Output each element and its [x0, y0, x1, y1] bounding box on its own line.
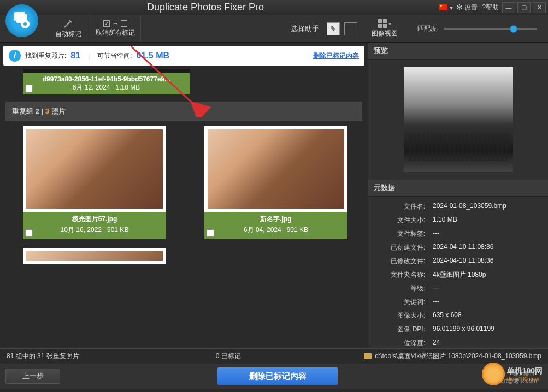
info-icon: i	[9, 50, 21, 62]
metadata-row: 等级:---	[374, 282, 543, 295]
results-scroll[interactable]: d9973a80-2856-11ef-94b5-9bbd57677e9... 6…	[0, 69, 368, 348]
app-title: Duplicate Photos Fixer Pro	[147, 2, 264, 13]
savable-size: 61.5 MB	[137, 51, 169, 61]
meta-label: 关键词:	[374, 298, 433, 307]
watermark-text: 单机100网	[507, 366, 543, 376]
meta-value: 635 x 608	[433, 311, 543, 320]
close-button[interactable]: ✕	[533, 2, 546, 13]
photo-thumbnail	[23, 69, 190, 73]
maximize-button[interactable]: ▢	[517, 2, 531, 13]
unmark-all-button[interactable]: ✓ → 取消所有标记	[90, 15, 141, 42]
app-logo	[5, 4, 38, 37]
meta-label: 图像 DPI:	[374, 325, 433, 334]
photo-filename: 极光图片57.jpg	[25, 215, 164, 224]
status-path: d:\tools\桌面\4k壁纸图片 1080p\2024-01-08_1030…	[375, 352, 541, 361]
results-panel: i 找到重复照片: 81 | 可节省空间: 61.5 MB 删除已标记内容 d9…	[0, 43, 368, 348]
photos-gear-icon	[12, 11, 32, 31]
meta-value: 2024-04-10 11:08:36	[433, 257, 543, 266]
meta-label: 文件大小:	[374, 216, 433, 225]
status-marked: 0 已标记	[216, 352, 241, 361]
photo-size: 1.10 MB	[116, 84, 140, 91]
arrow-right-icon: →	[112, 20, 119, 27]
metadata-row: 文件标签:---	[374, 227, 543, 241]
photo-filename: 新名字.jpg	[207, 215, 345, 224]
details-panel: 预览 元数据 文件名:2024-01-08_103059.bmp文件大小:1.1…	[368, 43, 548, 348]
metadata-row: 关键词:---	[374, 295, 543, 309]
meta-value: ---	[433, 284, 543, 293]
helper-btn-1[interactable]: ✎	[327, 22, 340, 35]
preview-image	[404, 67, 513, 172]
watermark-url: danji100.com	[507, 376, 543, 382]
wand-icon	[63, 19, 73, 28]
empty-box-icon	[121, 20, 127, 27]
metadata-list: 文件名:2024-01-08_103059.bmp文件大小:1.10 MB文件标…	[368, 197, 548, 348]
metadata-header: 元数据	[368, 180, 548, 197]
photo-card[interactable]: d9973a80-2856-11ef-94b5-9bbd57677e9... 6…	[23, 69, 190, 94]
metadata-row: 文件大小:1.10 MB	[374, 213, 543, 227]
meta-label: 图像大小:	[374, 311, 433, 320]
watermark: 单机100网 danji100.com	[482, 363, 543, 385]
meta-value: ---	[433, 298, 543, 307]
photo-checkbox[interactable]	[207, 229, 214, 237]
meta-label: 文件夹名称:	[374, 270, 433, 280]
photo-size: 901 KB	[107, 226, 128, 234]
auto-mark-button[interactable]: 自动标记	[46, 15, 90, 42]
delete-marked-button[interactable]: 删除已标记内容	[217, 367, 338, 385]
titlebar: Duplicate Photos Fixer Pro ▾ ✻ 设置 ?帮助 — …	[0, 0, 548, 15]
metadata-row: 已创建文件:2024-04-10 11:08:36	[374, 241, 543, 254]
settings-link[interactable]: ✻ 设置	[455, 3, 479, 13]
photo-checkbox[interactable]	[25, 85, 33, 92]
meta-label: 已创建文件:	[374, 243, 433, 252]
photo-thumbnail	[26, 129, 163, 209]
meta-value: 2024-01-08_103059.bmp	[433, 202, 543, 211]
metadata-row: 文件夹名称:4k壁纸图片 1080p	[374, 268, 543, 282]
preview-header: 预览	[368, 43, 548, 60]
flag-icon[interactable]	[439, 4, 447, 10]
image-view-button[interactable]: ▾ 图像视图	[363, 15, 406, 42]
dropdown-icon[interactable]: ▾	[450, 4, 453, 11]
match-slider[interactable]	[444, 28, 537, 30]
grid-icon: ▾	[378, 19, 391, 28]
meta-label: 位深度:	[374, 338, 433, 348]
slider-thumb[interactable]	[510, 25, 517, 33]
meta-label: 文件名:	[374, 202, 433, 211]
metadata-row: 位深度:24	[374, 336, 543, 348]
meta-value: 4k壁纸图片 1080p	[433, 270, 543, 280]
meta-label: 等级:	[374, 284, 433, 293]
status-groups: 81 组中的 31 张重复照片	[7, 352, 79, 361]
bottom-bar: 上一步 删除已标记内容 电子邮件: support@sy k.com	[0, 364, 548, 389]
photo-date: 6月 04, 2024	[244, 226, 281, 234]
meta-value: ---	[433, 229, 543, 239]
prev-button[interactable]: 上一步	[5, 369, 60, 384]
photo-card[interactable]: 极光图片57.jpg 10月 16, 2022 901 KB	[23, 126, 166, 239]
meta-value: 1.10 MB	[433, 216, 543, 225]
toolbar: 自动标记 ✓ → 取消所有标记 选择助手 ✎ ◆ ▾ 图像视图 匹配度:	[0, 15, 548, 43]
meta-label: 已修改文件:	[374, 257, 433, 266]
minimize-button[interactable]: —	[502, 2, 515, 13]
photo-thumbnail	[26, 251, 163, 261]
metadata-row: 已修改文件:2024-04-10 11:08:36	[374, 254, 543, 268]
checked-box-icon: ✓	[103, 20, 110, 27]
status-bar: 81 组中的 31 张重复照片 0 已标记 d:\tools\桌面\4k壁纸图片…	[0, 348, 548, 364]
svg-point-3	[23, 22, 27, 26]
photo-checkbox[interactable]	[25, 229, 33, 237]
photo-size: 901 KB	[287, 226, 308, 234]
photo-card[interactable]	[23, 248, 166, 264]
info-bar: i 找到重复照片: 81 | 可节省空间: 61.5 MB 删除已标记内容	[3, 46, 364, 66]
meta-value: 2024-04-10 11:08:36	[433, 243, 543, 252]
metadata-row: 文件名:2024-01-08_103059.bmp	[374, 200, 543, 213]
photo-card[interactable]: 新名字.jpg 6月 04, 2024 901 KB	[204, 126, 347, 239]
photo-thumbnail	[208, 129, 344, 209]
delete-marked-link[interactable]: 删除已标记内容	[313, 51, 359, 61]
found-label: 找到重复照片:	[25, 51, 66, 61]
match-label: 匹配度:	[417, 24, 439, 33]
helper-btn-2[interactable]: ◆	[344, 22, 357, 35]
photo-date: 10月 16, 2022	[61, 226, 102, 234]
photo-filename: d9973a80-2856-11ef-94b5-9bbd57677e9...	[27, 75, 185, 83]
watermark-logo-icon	[482, 363, 505, 385]
meta-value: 24	[433, 338, 543, 348]
savable-label: 可节省空间:	[97, 51, 132, 61]
found-count: 81	[70, 51, 80, 61]
help-link[interactable]: ?帮助	[481, 3, 500, 12]
folder-icon	[364, 353, 372, 359]
